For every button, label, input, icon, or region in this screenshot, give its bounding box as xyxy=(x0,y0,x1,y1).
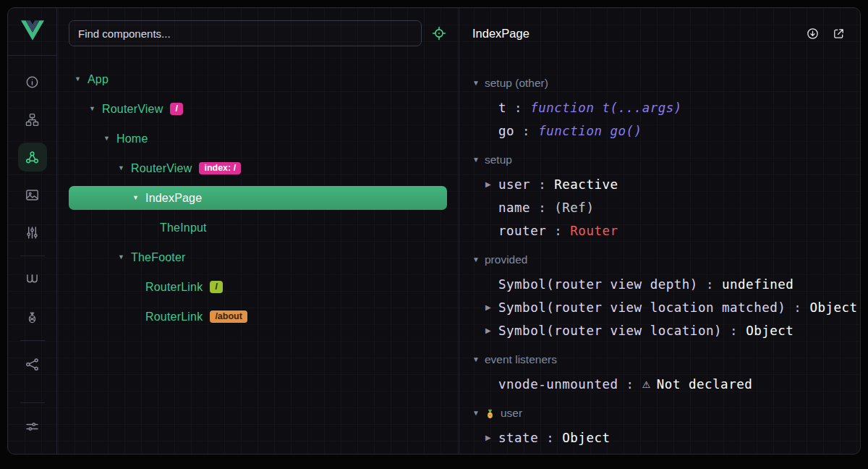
property-row[interactable]: userReactive xyxy=(472,173,860,196)
sidebar-group-1 xyxy=(18,261,47,336)
property-key: go xyxy=(498,124,514,138)
property-row[interactable]: Symbol(router view location)Object xyxy=(472,319,860,342)
scroll-to-component-icon[interactable] xyxy=(806,27,820,41)
sidebar-item-timeline[interactable] xyxy=(18,218,47,247)
sidebar-item-pinia[interactable] xyxy=(18,303,47,331)
collapse-caret-icon[interactable] xyxy=(472,256,485,263)
component-name: App xyxy=(88,73,109,86)
tree-row-indexpage-4[interactable]: IndexPage xyxy=(69,183,447,213)
tree-row-line: TheInput xyxy=(69,216,447,240)
tree-row-routerview-3[interactable]: RouterViewindex: / xyxy=(69,153,447,183)
property-row[interactable]: routerRouter xyxy=(472,219,860,242)
components-icon xyxy=(25,150,40,165)
tree-row-theinput-5[interactable]: TheInput xyxy=(69,213,447,242)
property-value: Object xyxy=(809,300,857,315)
route-badge: /about xyxy=(210,310,247,324)
collapse-caret-icon[interactable] xyxy=(472,356,485,363)
property-row[interactable]: gofunction go() xyxy=(472,119,860,143)
tree-row-line: RouterLink/about xyxy=(69,305,447,329)
section-label: user xyxy=(501,407,522,420)
inspector-panel: IndexPage setup (other)tfunction t(...ar… xyxy=(459,8,860,454)
tree-row-routerview-1[interactable]: RouterView/ xyxy=(69,94,447,124)
collapse-caret-icon[interactable] xyxy=(472,410,485,417)
open-in-editor-icon[interactable] xyxy=(832,27,846,41)
property-row[interactable]: gettersObject xyxy=(472,449,860,454)
tree-row-line: RouterViewindex: / xyxy=(69,156,447,180)
property-row[interactable]: name(Ref) xyxy=(472,196,860,219)
section-header[interactable]: setup xyxy=(472,147,860,173)
collapse-caret-icon[interactable] xyxy=(472,156,485,164)
section-provided: providedSymbol(router view depth)undefin… xyxy=(472,247,860,342)
tree-row-home-2[interactable]: Home xyxy=(69,124,447,153)
colon-separator xyxy=(722,324,746,338)
tree-row-thefooter-6[interactable]: TheFooter xyxy=(69,242,447,272)
property-row[interactable]: tfunction t(...args) xyxy=(472,96,860,119)
sidebar xyxy=(8,8,57,454)
colon-separator xyxy=(530,177,554,192)
property-key: state xyxy=(498,431,538,445)
sidebar-item-outline[interactable] xyxy=(18,105,47,134)
assets-icon xyxy=(25,187,40,203)
inspector-title: IndexPage xyxy=(472,27,529,41)
graph-icon xyxy=(25,357,40,372)
router-icon xyxy=(25,272,40,287)
component-name: RouterLink xyxy=(145,310,203,324)
component-name: TheFooter xyxy=(131,251,186,264)
component-name: IndexPage xyxy=(145,192,202,205)
route-badge: / xyxy=(210,281,222,294)
property-row[interactable]: Symbol(router view location matched)Obje… xyxy=(472,296,860,319)
sidebar-nav xyxy=(8,56,56,454)
tree-toolbar xyxy=(57,8,459,59)
expand-caret-icon[interactable] xyxy=(485,181,498,188)
expand-caret-icon[interactable] xyxy=(132,195,145,201)
sidebar-item-assets[interactable] xyxy=(18,180,47,209)
colon-separator xyxy=(618,377,642,392)
section-setup-other-: setup (other)tfunction t(...args)gofunct… xyxy=(472,70,860,143)
expand-caret-icon[interactable] xyxy=(103,135,116,142)
expand-caret-icon[interactable] xyxy=(485,327,498,334)
info-icon xyxy=(25,75,40,90)
sidebar-divider xyxy=(20,255,45,256)
expand-caret-icon[interactable] xyxy=(118,165,131,172)
expand-caret-icon[interactable] xyxy=(485,434,498,441)
component-name: RouterLink xyxy=(145,281,203,294)
property-value: Object xyxy=(746,324,793,338)
property-value: function go() xyxy=(538,124,642,138)
property-key: name xyxy=(498,200,530,215)
property-row[interactable]: stateObject xyxy=(472,426,860,449)
tree-row-routerlink-7[interactable]: RouterLink/ xyxy=(69,272,447,302)
tree-row-line: RouterLink/ xyxy=(69,275,447,299)
expand-caret-icon[interactable] xyxy=(89,106,102,112)
tree-row-app-0[interactable]: App xyxy=(69,64,447,94)
expand-caret-icon[interactable] xyxy=(118,254,131,261)
sidebar-item-settings[interactable] xyxy=(18,412,47,441)
section-header[interactable]: setup (other) xyxy=(472,70,860,96)
section-label: event listeners xyxy=(485,353,557,366)
tree-row-routerlink-8[interactable]: RouterLink/about xyxy=(69,302,447,331)
sidebar-item-router[interactable] xyxy=(18,265,47,294)
property-row[interactable]: Symbol(router view depth)undefined xyxy=(472,273,860,296)
sidebar-item-components[interactable] xyxy=(18,143,47,172)
search-box xyxy=(69,20,422,46)
colon-separator xyxy=(698,277,722,292)
sidebar-item-overview[interactable] xyxy=(18,67,47,96)
section-header[interactable]: user xyxy=(472,400,860,426)
sidebar-item-graph[interactable] xyxy=(18,350,47,379)
property-value: Router xyxy=(570,224,618,238)
property-value: undefined xyxy=(722,277,793,292)
property-key: Symbol(router view depth) xyxy=(498,277,698,292)
section-header[interactable]: event listeners xyxy=(472,347,860,373)
section-header[interactable]: provided xyxy=(472,247,860,273)
vue-logo-icon xyxy=(21,20,44,43)
expand-caret-icon[interactable] xyxy=(75,76,88,83)
section-setup: setupuserReactivename(Ref)routerRouter xyxy=(472,147,860,242)
vue-logo xyxy=(8,8,56,56)
property-row[interactable]: vnode-unmounted⚠Not declared xyxy=(472,373,860,396)
component-tree-panel: AppRouterView/HomeRouterViewindex: /Inde… xyxy=(57,8,459,454)
colon-separator xyxy=(514,124,538,138)
sidebar-group-0 xyxy=(18,63,47,251)
expand-caret-icon[interactable] xyxy=(485,304,498,311)
inspect-component-crosshair-icon[interactable] xyxy=(431,25,447,41)
collapse-caret-icon[interactable] xyxy=(472,80,485,87)
search-input[interactable] xyxy=(78,28,412,40)
